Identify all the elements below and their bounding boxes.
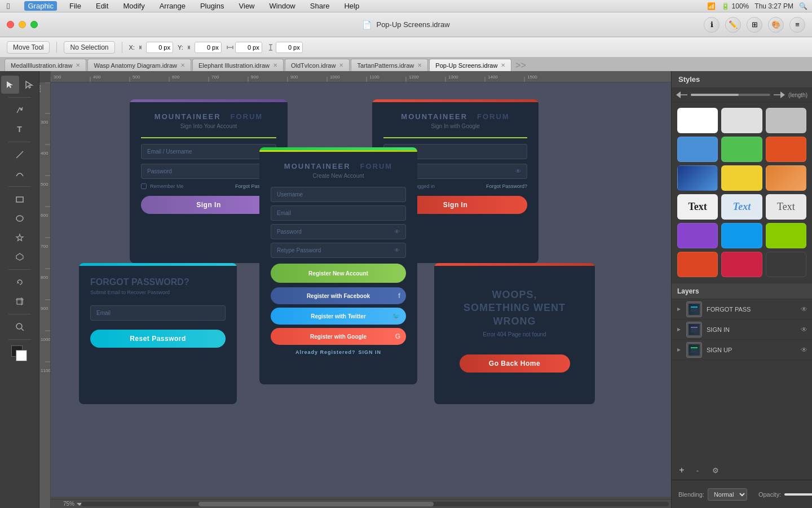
menu-modify[interactable]: Modify (121, 2, 147, 10)
opacity-slider[interactable] (784, 493, 812, 496)
menu-graphic[interactable]: Graphic (24, 1, 57, 11)
grid-button[interactable]: ⊞ (747, 17, 762, 33)
text-style-styled[interactable]: Text (721, 194, 762, 220)
text-style-bold[interactable]: Text (677, 194, 718, 220)
swatch-red-orange[interactable] (677, 252, 718, 277)
create-password-eye-icon[interactable]: 👁 (394, 229, 400, 235)
signin-google-forgot-link[interactable]: Forgot Password? (486, 183, 527, 189)
swatch-crimson[interactable] (721, 252, 762, 277)
tab-oldtv[interactable]: OldTvIcon.idraw ✕ (285, 59, 350, 71)
tab-close-tartan[interactable]: ✕ (417, 62, 422, 68)
swatch-yellow[interactable] (721, 165, 762, 191)
forgot-email-field[interactable]: Email (90, 305, 226, 321)
tab-close-popup[interactable]: ✕ (501, 62, 505, 68)
line-tool[interactable] (11, 146, 29, 164)
create-retype-eye-icon[interactable]: 👁 (394, 247, 400, 253)
menu-file[interactable]: File (67, 2, 83, 10)
scrollbar-track[interactable] (81, 502, 669, 506)
scrollbar-thumb[interactable] (198, 502, 434, 506)
y-stepper-icon[interactable] (186, 44, 192, 51)
height-input[interactable] (276, 42, 303, 53)
search-icon[interactable]: 🔍 (799, 2, 807, 10)
layer-eye-signin[interactable]: 👁 (801, 326, 807, 334)
oval-tool[interactable] (11, 209, 29, 227)
tab-close-elephant[interactable]: ✕ (273, 62, 277, 68)
layer-sign-in[interactable]: SIGN IN 👁 (672, 319, 812, 340)
info-button[interactable]: ℹ (704, 17, 720, 33)
tab-medalillustration[interactable]: MedalIllustration.idraw ✕ (5, 59, 86, 71)
menu-plugins[interactable]: Plugins (198, 2, 227, 10)
more-tabs-btn[interactable]: >> (515, 60, 526, 71)
crop-tool[interactable] (11, 292, 29, 310)
tab-popup[interactable]: Pop-Up Screens.idraw ✕ (429, 59, 511, 71)
menu-window[interactable]: Window (267, 2, 298, 10)
register-new-button[interactable]: Register New Account (271, 264, 406, 283)
signin-button[interactable]: Sign In (141, 196, 276, 214)
layer-settings-button[interactable]: ⚙ (709, 463, 722, 477)
swatch-blue-gradient[interactable] (677, 165, 718, 191)
swatch-white[interactable] (677, 108, 718, 133)
close-button[interactable] (7, 21, 14, 28)
layer-eye-forgot[interactable]: 👁 (801, 305, 807, 313)
signin-password-field[interactable]: Password 👁 (141, 164, 276, 179)
text-tool[interactable]: T (11, 120, 29, 138)
create-username-field[interactable]: Username (271, 187, 406, 202)
export-button[interactable]: 🎨 (768, 17, 784, 33)
tab-close-wasp[interactable]: ✕ (180, 62, 185, 68)
layers-button[interactable]: ≡ (789, 17, 805, 33)
register-google-button[interactable]: Register with Google G (271, 328, 406, 345)
tab-close-medal[interactable]: ✕ (76, 62, 80, 68)
create-password-field[interactable]: Password 👁 (271, 224, 406, 239)
add-layer-button[interactable]: + (677, 466, 686, 475)
maximize-button[interactable] (30, 21, 38, 28)
width-input[interactable] (235, 42, 262, 53)
direct-select-tool[interactable] (20, 76, 38, 94)
tab-close-oldtv[interactable]: ✕ (339, 62, 343, 68)
curve-tool[interactable] (11, 165, 29, 183)
menu-edit[interactable]: Edit (94, 2, 111, 10)
go-back-home-button[interactable]: Go Back Home (460, 354, 570, 373)
layer-eye-signup[interactable]: 👁 (801, 346, 807, 354)
color-picker[interactable] (11, 345, 28, 362)
selection-btn[interactable]: No Selection (64, 41, 114, 54)
rect-tool[interactable] (11, 190, 29, 208)
swatch-green[interactable] (721, 137, 762, 162)
swatch-orange-red[interactable] (766, 137, 806, 162)
layer-expand-icon-3[interactable] (676, 347, 682, 353)
menu-help[interactable]: Help (342, 2, 361, 10)
zoom-tool[interactable] (11, 318, 29, 336)
x-input[interactable] (146, 42, 173, 53)
pencil-button[interactable]: ✏️ (725, 17, 741, 33)
star-tool[interactable] (11, 229, 29, 247)
polygon-tool[interactable] (11, 248, 29, 266)
signin-checkbox[interactable] (141, 183, 147, 189)
blending-select[interactable]: Normal (708, 488, 747, 501)
signin-google-eye-icon[interactable]: 👁 (515, 168, 521, 174)
layer-expand-icon-2[interactable] (676, 327, 682, 332)
move-tool-btn[interactable]: Move Tool (7, 41, 50, 54)
layer-forgot-pass[interactable]: FORGOT PASS 👁 (672, 299, 812, 319)
horizontal-scrollbar[interactable]: 75% (51, 499, 671, 508)
swatch-purple[interactable] (677, 223, 718, 248)
delete-layer-button[interactable]: - (691, 463, 704, 477)
layer-sign-up[interactable]: SIGN UP 👁 (672, 340, 812, 360)
swatch-light-gray[interactable] (721, 108, 762, 133)
register-twitter-button[interactable]: Register with Twitter 🐦 (271, 308, 406, 325)
signin-email-field[interactable]: Email / Username (141, 144, 276, 159)
swatch-lime[interactable] (766, 223, 806, 248)
apple-menu[interactable]:  (5, 1, 12, 11)
tab-elephant[interactable]: Elephant Illustration.idraw ✕ (192, 59, 284, 71)
swatch-gray[interactable] (766, 108, 806, 133)
tab-tartan[interactable]: TartanPatterns.idraw ✕ (351, 59, 428, 71)
layer-expand-icon[interactable] (676, 306, 682, 312)
rotate-tool[interactable] (11, 273, 29, 291)
text-style-normal[interactable]: Text (766, 194, 806, 220)
pen-tool[interactable] (11, 101, 29, 119)
minimize-button[interactable] (19, 21, 26, 28)
create-retype-field[interactable]: Retype Password 👁 (271, 243, 406, 258)
signin-link[interactable]: SIGN IN (359, 349, 382, 355)
swatch-bright-blue[interactable] (721, 223, 762, 248)
menu-share[interactable]: Share (308, 2, 332, 10)
x-stepper-icon[interactable] (137, 44, 144, 51)
menu-arrange[interactable]: Arrange (157, 2, 188, 10)
